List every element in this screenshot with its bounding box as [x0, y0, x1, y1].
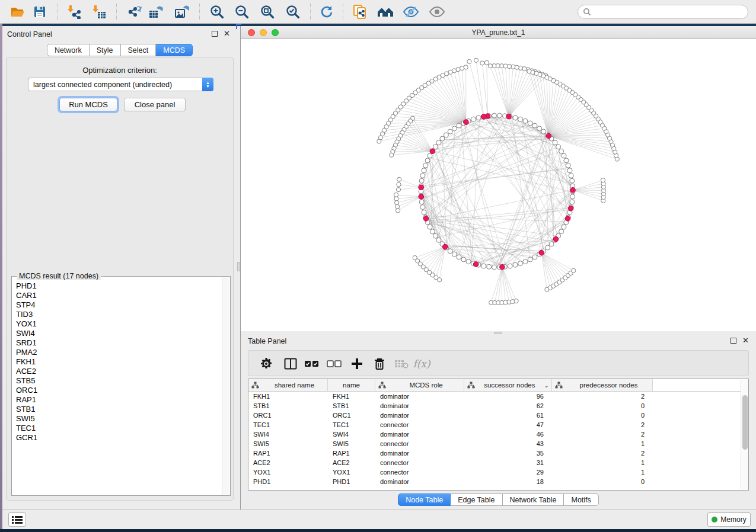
mcds-list-scrollbar[interactable]: [222, 277, 229, 495]
tab-edge-table[interactable]: Edge Table: [451, 493, 502, 506]
cell-shared_name: YOX1: [248, 469, 328, 476]
export-table-icon[interactable]: [146, 2, 166, 22]
tab-node-table[interactable]: Node Table: [398, 493, 451, 506]
float-window-icon[interactable]: [212, 31, 218, 37]
mcds-result-item[interactable]: YOX1: [12, 319, 222, 329]
close-panel-icon[interactable]: ✕: [224, 31, 230, 37]
table-scrollbar[interactable]: [741, 380, 748, 489]
eye-icon[interactable]: [427, 2, 447, 22]
mcds-result-item[interactable]: ACE2: [12, 367, 222, 376]
add-column-plus-icon[interactable]: [349, 356, 365, 371]
table-row[interactable]: FKH1FKH1dominator962: [248, 392, 748, 401]
network-canvas[interactable]: [241, 39, 756, 331]
mcds-result-item[interactable]: RAP1: [12, 395, 222, 405]
mcds-result-item[interactable]: STB5: [12, 376, 222, 386]
cell-successor_nodes: 61: [464, 412, 552, 419]
cell-mcds_role: connector: [375, 469, 464, 476]
mcds-result-item[interactable]: GCR1: [12, 433, 222, 443]
table-row[interactable]: TEC1TEC1connector472: [248, 420, 748, 430]
search-box[interactable]: [578, 5, 748, 19]
tab-select[interactable]: Select: [121, 44, 157, 56]
export-network-icon[interactable]: [125, 2, 145, 22]
cell-shared_name: SWI5: [248, 440, 328, 447]
import-network-icon[interactable]: [64, 2, 84, 22]
scrollbar-thumb[interactable]: [742, 395, 748, 450]
table-row[interactable]: YOX1YOX1connector291: [248, 467, 748, 477]
column-header-MCDS-role[interactable]: MCDS role: [375, 379, 464, 391]
mcds-result-item[interactable]: ORC1: [12, 386, 222, 395]
column-header-predecessor-nodes[interactable]: predecessor nodes: [552, 379, 653, 391]
zoom-fit-icon[interactable]: [257, 2, 277, 22]
float-window-icon[interactable]: [731, 338, 736, 344]
task-history-button[interactable]: [8, 512, 26, 527]
table-row[interactable]: RAP1RAP1dominator352: [248, 448, 748, 458]
mcds-result-item[interactable]: SWI4: [12, 329, 222, 338]
cell-successor_nodes: 35: [464, 450, 552, 457]
tab-network-table[interactable]: Network Table: [503, 493, 564, 506]
table-row[interactable]: ORC1ORC1dominator610: [248, 411, 748, 420]
mcds-result-item[interactable]: PMA2: [12, 348, 222, 357]
tab-style[interactable]: Style: [90, 44, 121, 56]
cell-predecessor_nodes: 2: [552, 450, 653, 457]
close-panel-icon[interactable]: ✕: [742, 338, 749, 344]
mcds-result-item[interactable]: SRD1: [12, 338, 222, 348]
import-table-icon[interactable]: [89, 2, 109, 22]
column-header-successor-nodes[interactable]: successor nodes⌄: [464, 379, 552, 391]
select-all-icon[interactable]: [304, 356, 320, 371]
tab-motifs[interactable]: Motifs: [564, 493, 598, 506]
sort-chevron-icon[interactable]: ⌄: [544, 382, 549, 389]
table-toolbar: f(x): [248, 350, 749, 376]
cell-name: PHD1: [328, 478, 375, 485]
column-header-name[interactable]: name: [328, 379, 375, 391]
delete-trash-icon[interactable]: [371, 356, 388, 371]
mcds-result-item[interactable]: PHD1: [12, 281, 222, 291]
search-input[interactable]: [591, 8, 748, 16]
tab-network[interactable]: Network: [47, 44, 90, 56]
zoom-in-icon[interactable]: [207, 2, 227, 22]
cell-name: ACE2: [328, 459, 375, 466]
run-mcds-button[interactable]: Run MCDS: [59, 98, 117, 111]
mcds-result-item[interactable]: TEC1: [12, 424, 222, 433]
mcds-result-item[interactable]: FKH1: [12, 357, 222, 367]
table-panel: Table Panel ✕ f(x) shared namenameMCDS r…: [241, 335, 756, 509]
tab-mcds[interactable]: MCDS: [156, 44, 193, 56]
cell-name: YOX1: [328, 469, 375, 476]
eye-slash-icon[interactable]: [401, 2, 421, 22]
toolbar-separator: [57, 4, 58, 20]
open-folder-icon[interactable]: [7, 2, 27, 22]
splitter-handle[interactable]: [494, 332, 502, 334]
save-icon[interactable]: [30, 2, 50, 22]
cell-shared_name: SWI4: [248, 431, 328, 438]
mcds-result-item[interactable]: STB1: [12, 405, 222, 414]
houses-icon[interactable]: [375, 2, 395, 22]
memory-button[interactable]: Memory: [707, 512, 751, 527]
table-row[interactable]: STB1STB1dominator620: [248, 401, 748, 411]
zoom-out-icon[interactable]: [232, 2, 252, 22]
optimization-criterion-select[interactable]: largest connected component (undirected)…: [28, 78, 213, 91]
cell-name: FKH1: [328, 393, 375, 400]
select-stepper-icon: ▲▼: [202, 78, 213, 91]
show-column-panel-icon[interactable]: [282, 356, 299, 371]
refresh-icon[interactable]: [317, 2, 337, 22]
table-row[interactable]: PHD1PHD1dominator180: [248, 477, 748, 486]
mcds-result-list: PHD1CAR1STP4TID3YOX1SWI4SRD1PMA2FKH1ACE2…: [12, 281, 222, 495]
cell-shared_name: PHD1: [248, 478, 328, 485]
table-row[interactable]: ACE2ACE2connector311: [248, 458, 748, 467]
close-panel-button[interactable]: Close panel: [124, 98, 186, 111]
table-row[interactable]: SWI4SWI4dominator462: [248, 430, 748, 439]
table-row[interactable]: SWI5SWI5connector431: [248, 439, 748, 448]
copy-share-icon[interactable]: [350, 2, 370, 22]
cell-mcds_role: connector: [375, 459, 464, 466]
cell-name: TEC1: [328, 421, 375, 428]
deselect-all-icon[interactable]: [326, 356, 343, 371]
mcds-result-item[interactable]: SWI5: [12, 414, 222, 424]
export-image-icon[interactable]: [172, 2, 192, 22]
network-graph[interactable]: [241, 39, 756, 331]
splitter-handle[interactable]: [237, 262, 240, 271]
mcds-result-item[interactable]: TID3: [12, 310, 222, 319]
mcds-result-item[interactable]: CAR1: [12, 291, 222, 300]
zoom-selected-icon[interactable]: [283, 2, 303, 22]
column-header-shared-name[interactable]: shared name: [248, 379, 328, 391]
mcds-result-item[interactable]: STP4: [12, 300, 222, 310]
table-settings-gear-icon[interactable]: [258, 356, 275, 371]
